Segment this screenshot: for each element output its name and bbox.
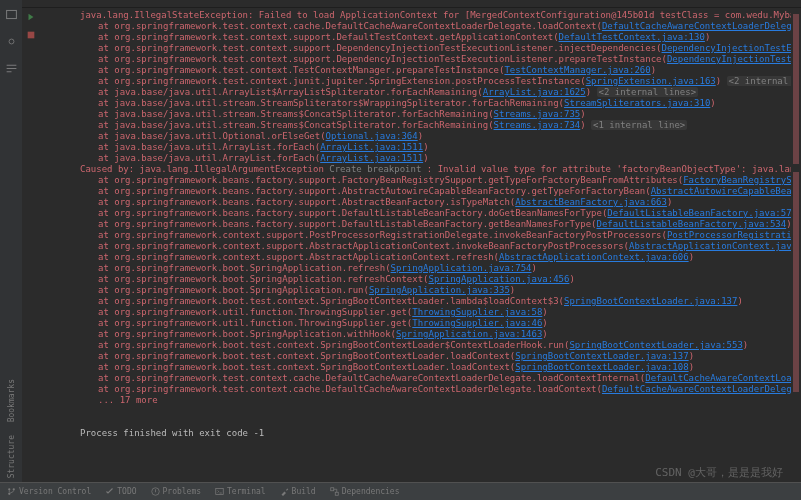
- source-link[interactable]: SpringBootContextLoader.java:137: [515, 351, 688, 361]
- svg-point-1: [9, 39, 14, 44]
- stop-icon[interactable]: [26, 30, 36, 40]
- stack-frame: at java.base/java.util.ArrayList$ArrayLi…: [44, 87, 797, 98]
- stack-frame: at java.base/java.util.ArrayList.forEach…: [44, 142, 797, 153]
- error-marker[interactable]: [793, 172, 799, 392]
- source-link[interactable]: SpringApplication.java:456: [429, 274, 570, 284]
- source-link[interactable]: SpringBootContextLoader.java:108: [515, 362, 688, 372]
- source-link[interactable]: SpringApplication.java:1463: [396, 329, 542, 339]
- tool-window-stripe-left: Structure Bookmarks: [0, 0, 22, 500]
- tool-tab-todo[interactable]: TODO: [102, 487, 139, 496]
- tool-tab-terminal[interactable]: Terminal: [212, 487, 269, 496]
- source-link[interactable]: DefaultCacheAwareContextLoaderDelegate.j…: [602, 21, 801, 31]
- source-link[interactable]: SpringBootContextLoader.java:137: [564, 296, 737, 306]
- stack-frame: at java.base/java.util.stream.Streams$Co…: [44, 109, 797, 120]
- stack-frame: at org.springframework.boot.test.context…: [44, 362, 797, 373]
- stack-frame: at org.springframework.beans.factory.sup…: [44, 208, 797, 219]
- tool-tab-dependencies[interactable]: Dependencies: [327, 487, 403, 496]
- stack-frame: at org.springframework.test.context.supp…: [44, 54, 797, 65]
- source-link[interactable]: SpringBootContextLoader.java:553: [569, 340, 742, 350]
- stack-frame: at org.springframework.beans.factory.sup…: [44, 197, 797, 208]
- run-console: java.lang.IllegalStateException: Failed …: [22, 0, 801, 500]
- console-toolbar: [22, 0, 801, 8]
- source-link[interactable]: ThrowingSupplier.java:46: [412, 318, 542, 328]
- source-link[interactable]: DefaultTestContext.java:130: [559, 32, 705, 42]
- stack-frame: at org.springframework.util.function.Thr…: [44, 307, 797, 318]
- folded-frames[interactable]: <2 internal lines>: [727, 76, 801, 86]
- stack-frame: at org.springframework.test.context.cach…: [44, 373, 797, 384]
- stack-frame: at java.base/java.util.ArrayList.forEach…: [44, 153, 797, 164]
- stack-frame: at org.springframework.boot.SpringApplic…: [44, 285, 797, 296]
- stack-header: java.lang.IllegalStateException: Failed …: [44, 10, 797, 21]
- side-tab-bookmarks[interactable]: Bookmarks: [5, 375, 18, 426]
- stack-frame: at org.springframework.context.support.A…: [44, 252, 797, 263]
- exception-class[interactable]: IllegalArgumentException: [194, 164, 324, 174]
- stack-frame: at org.springframework.context.support.P…: [44, 230, 797, 241]
- console-output[interactable]: java.lang.IllegalStateException: Failed …: [40, 8, 801, 482]
- source-link[interactable]: SpringExtension.java:163: [586, 76, 716, 86]
- project-icon[interactable]: [5, 8, 18, 21]
- watermark: CSDN @大哥，是是是我好: [655, 465, 783, 480]
- source-link[interactable]: AbstractBeanFactory.java:663: [515, 197, 667, 207]
- stack-frame: at org.springframework.boot.test.context…: [44, 296, 797, 307]
- error-marker[interactable]: [793, 14, 799, 164]
- source-link[interactable]: AbstractApplicationContext.java:606: [499, 252, 689, 262]
- stack-frame: at org.springframework.boot.SpringApplic…: [44, 329, 797, 340]
- source-link[interactable]: DefaultListableBeanFactory.java:575: [607, 208, 797, 218]
- stack-frame: at org.springframework.test.context.supp…: [44, 32, 797, 43]
- stack-frame: at java.base/java.util.stream.Streams$Co…: [44, 120, 797, 131]
- rerun-icon[interactable]: [26, 12, 36, 22]
- source-link[interactable]: DependencyInjectionTestExecutionListener…: [662, 43, 801, 53]
- stack-frame: at org.springframework.test.context.cach…: [44, 384, 797, 395]
- tool-tab-version-control[interactable]: Version Control: [4, 487, 94, 496]
- source-link[interactable]: SpringApplication.java:335: [369, 285, 510, 295]
- more-frames: ... 17 more: [44, 395, 797, 406]
- stack-frame: at org.springframework.context.support.A…: [44, 241, 797, 252]
- source-link[interactable]: StreamSpliterators.java:310: [564, 98, 710, 108]
- source-link[interactable]: DependencyInjectionTestExecutionListener…: [667, 54, 801, 64]
- source-link[interactable]: DefaultListableBeanFactory.java:534: [597, 219, 787, 229]
- source-link[interactable]: FactoryBeanRegistrySupport.java:86: [683, 175, 801, 185]
- source-link[interactable]: DefaultCacheAwareContextLoaderDelegate.j…: [602, 384, 801, 394]
- source-link[interactable]: AbstractAutowireCapableBeanFactory.java:…: [651, 186, 801, 196]
- side-tab-structure[interactable]: Structure: [5, 431, 18, 482]
- source-link[interactable]: ArrayList.java:1511: [320, 142, 423, 152]
- stack-frame: at org.springframework.test.context.supp…: [44, 43, 797, 54]
- create-breakpoint-hint[interactable]: Create breakpoint: [329, 164, 421, 174]
- svg-rect-9: [335, 492, 338, 495]
- stack-frame: at org.springframework.beans.factory.sup…: [44, 219, 797, 230]
- stack-frame: at org.springframework.test.context.Test…: [44, 65, 797, 76]
- run-sidebar: [22, 8, 40, 482]
- tool-tab-build[interactable]: Build: [277, 487, 319, 496]
- source-link[interactable]: TestContextManager.java:260: [504, 65, 650, 75]
- source-link[interactable]: ArrayList.java:1511: [320, 153, 423, 163]
- source-link[interactable]: ThrowingSupplier.java:58: [412, 307, 542, 317]
- source-link[interactable]: ArrayList.java:1625: [483, 87, 586, 97]
- problems-icon: [151, 487, 160, 496]
- stack-frame: at org.springframework.test.context.juni…: [44, 76, 797, 87]
- source-link[interactable]: DefaultCacheAwareContextLoaderDelegate.j…: [645, 373, 801, 383]
- todo-icon: [105, 487, 114, 496]
- folded-frames[interactable]: <2 internal lines>: [597, 87, 699, 97]
- commit-icon[interactable]: [5, 35, 18, 48]
- source-link[interactable]: AbstractApplicationContext.java:788: [629, 241, 801, 251]
- source-link[interactable]: Streams.java:735: [494, 109, 581, 119]
- source-link[interactable]: SpringApplication.java:754: [391, 263, 532, 273]
- source-link[interactable]: Streams.java:734: [494, 120, 581, 130]
- svg-rect-0: [6, 10, 16, 18]
- source-link[interactable]: Optional.java:364: [326, 131, 418, 141]
- stack-frame: at org.springframework.test.context.cach…: [44, 21, 797, 32]
- source-link[interactable]: PostProcessorRegistrationDelegate.java:1…: [667, 230, 801, 240]
- stack-frame: at org.springframework.beans.factory.sup…: [44, 186, 797, 197]
- build-icon: [280, 487, 289, 496]
- exit-code: Process finished with exit code -1: [44, 428, 797, 439]
- tool-tab-problems[interactable]: Problems: [148, 487, 205, 496]
- stack-frame: at org.springframework.boot.SpringApplic…: [44, 263, 797, 274]
- stack-frame: at java.base/java.util.stream.StreamSpli…: [44, 98, 797, 109]
- structure-icon[interactable]: [5, 62, 18, 75]
- stack-frame: at org.springframework.util.function.Thr…: [44, 318, 797, 329]
- stack-frame: at org.springframework.beans.factory.sup…: [44, 175, 797, 186]
- folded-frames[interactable]: <1 internal line>: [591, 120, 687, 130]
- git-branch-icon: [7, 487, 16, 496]
- stack-frame: at org.springframework.boot.test.context…: [44, 340, 797, 351]
- svg-rect-2: [28, 32, 35, 39]
